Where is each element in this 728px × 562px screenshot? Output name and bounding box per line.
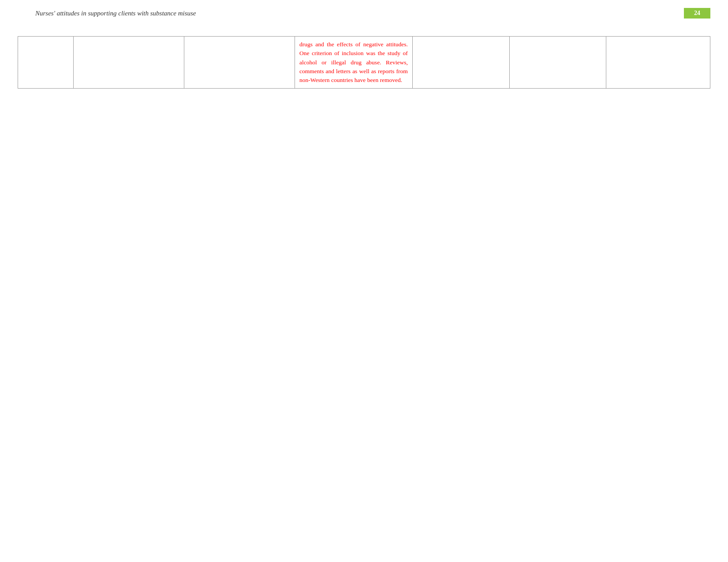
table-cell-4: drugs and the effects of negative attitu…	[295, 37, 412, 89]
table-cell-5	[412, 37, 509, 89]
table-row: drugs and the effects of negative attitu…	[18, 37, 710, 89]
table-wrapper: drugs and the effects of negative attitu…	[18, 36, 710, 89]
table-cell-1	[18, 37, 74, 89]
data-table: drugs and the effects of negative attitu…	[18, 36, 710, 89]
page-header: Nurses' attitudes in supporting clients …	[0, 0, 728, 23]
page-number-badge: 24	[684, 8, 710, 19]
table-cell-2	[73, 37, 184, 89]
cell-text: drugs and the effects of negative attitu…	[299, 40, 408, 85]
table-cell-3	[184, 37, 295, 89]
table-cell-6	[509, 37, 606, 89]
page-title: Nurses' attitudes in supporting clients …	[35, 10, 196, 17]
table-cell-7	[606, 37, 710, 89]
